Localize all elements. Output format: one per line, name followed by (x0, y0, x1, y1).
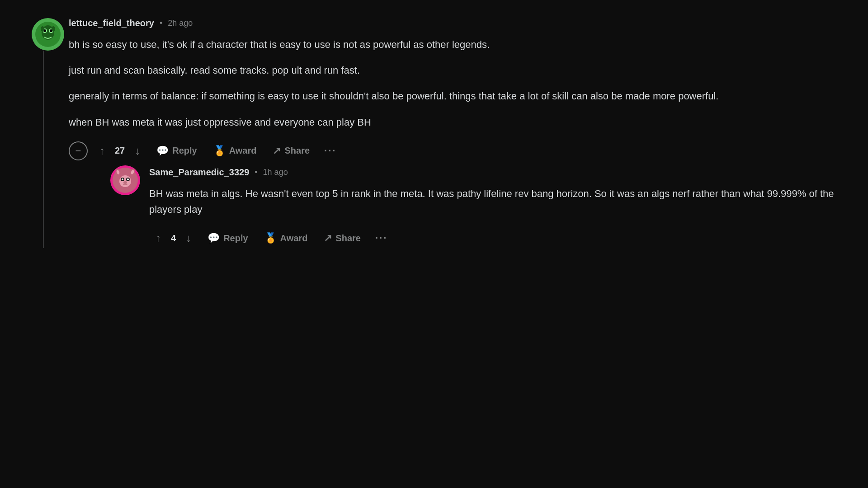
more-options-button[interactable]: ··· (320, 141, 341, 160)
comment-header: lettuce_field_theory • 2h ago (69, 18, 841, 28)
reply-share-icon: ↗ (324, 232, 332, 244)
thread-vertical-line (43, 51, 44, 248)
page-container: lettuce_field_theory • 2h ago bh is so e… (0, 0, 868, 266)
reply-ellipsis-icon: ··· (375, 232, 387, 244)
upvote-button[interactable]: ↑ (93, 141, 111, 161)
comment-paragraph-1: bh is so easy to use, it's ok if a chara… (69, 37, 841, 52)
vote-count: 27 (115, 145, 125, 156)
reply-body: BH was meta in algs. He wasn't even top … (149, 186, 841, 217)
downvote-icon: ↓ (135, 145, 140, 157)
reply-share-label: Share (335, 233, 361, 244)
collapse-button[interactable]: − (69, 141, 88, 160)
share-button[interactable]: ↗ Share (266, 141, 316, 160)
reply-username: Same_Paramedic_3329 (149, 167, 249, 178)
comment-timestamp: 2h ago (168, 19, 193, 28)
comment-main-col: lettuce_field_theory • 2h ago bh is so e… (69, 18, 841, 248)
share-label: Share (284, 145, 310, 156)
comment-paragraph-3: generally in terms of balance: if someth… (69, 88, 841, 104)
award-label: Award (229, 145, 257, 156)
reply-vote-count: 4 (171, 233, 176, 244)
reply-icon: 💬 (156, 145, 169, 157)
reply-button[interactable]: 💬 Reply (150, 141, 203, 160)
award-icon: 🏅 (213, 145, 226, 157)
reply-share-button[interactable]: ↗ Share (317, 229, 367, 248)
reply-reply-icon: 💬 (208, 232, 220, 244)
reply-award-button[interactable]: 🏅 Award (258, 229, 314, 248)
downvote-button[interactable]: ↓ (128, 141, 146, 161)
reply-container: Same_Paramedic_3329 • 1h ago BH was meta… (110, 165, 841, 248)
upvote-icon: ↑ (99, 145, 105, 157)
reply-paragraph-1: BH was meta in algs. He wasn't even top … (149, 186, 841, 217)
reply-upvote-button[interactable]: ↑ (149, 228, 167, 248)
reply-action-bar: ↑ 4 ↓ 💬 Reply (149, 228, 841, 248)
comment-action-bar: − ↑ 27 ↓ 💬 Reply 🏅 (69, 141, 841, 161)
svg-point-12 (122, 178, 123, 180)
reply-timestamp: 1h ago (263, 168, 288, 177)
comment-paragraph-2: just run and scan basically. read some t… (69, 62, 841, 78)
svg-point-7 (52, 26, 55, 32)
reply-reply-label: Reply (223, 233, 248, 244)
comment-paragraph-4: when BH was meta it was just oppressive … (69, 114, 841, 130)
reply-label: Reply (172, 145, 197, 156)
avatar (32, 18, 64, 51)
reply-content: Same_Paramedic_3329 • 1h ago BH was meta… (149, 165, 841, 248)
share-icon: ↗ (273, 145, 281, 157)
comment-body: bh is so easy to use, it's ok if a chara… (69, 37, 841, 130)
reply-reply-button[interactable]: 💬 Reply (201, 229, 254, 248)
reply-header: Same_Paramedic_3329 • 1h ago (149, 167, 841, 178)
minus-icon: − (75, 145, 81, 157)
comment-thread: lettuce_field_theory • 2h ago bh is so e… (27, 18, 841, 248)
reply-award-label: Award (280, 233, 308, 244)
reply-downvote-button[interactable]: ↓ (179, 228, 198, 248)
svg-point-6 (41, 26, 44, 32)
reply-upvote-icon: ↑ (156, 232, 161, 244)
ellipsis-icon: ··· (324, 145, 336, 156)
reply-avatar (110, 165, 140, 195)
reply-downvote-icon: ↓ (186, 232, 191, 244)
comment-username: lettuce_field_theory (69, 18, 154, 28)
reply-award-icon: 🏅 (264, 232, 277, 244)
svg-point-13 (127, 178, 129, 180)
reply-more-options-button[interactable]: ··· (371, 229, 392, 248)
reply-dot: • (255, 168, 257, 177)
award-button[interactable]: 🏅 Award (207, 141, 263, 160)
thread-line-col (27, 18, 69, 248)
svg-point-14 (123, 181, 127, 184)
header-dot: • (160, 19, 162, 28)
